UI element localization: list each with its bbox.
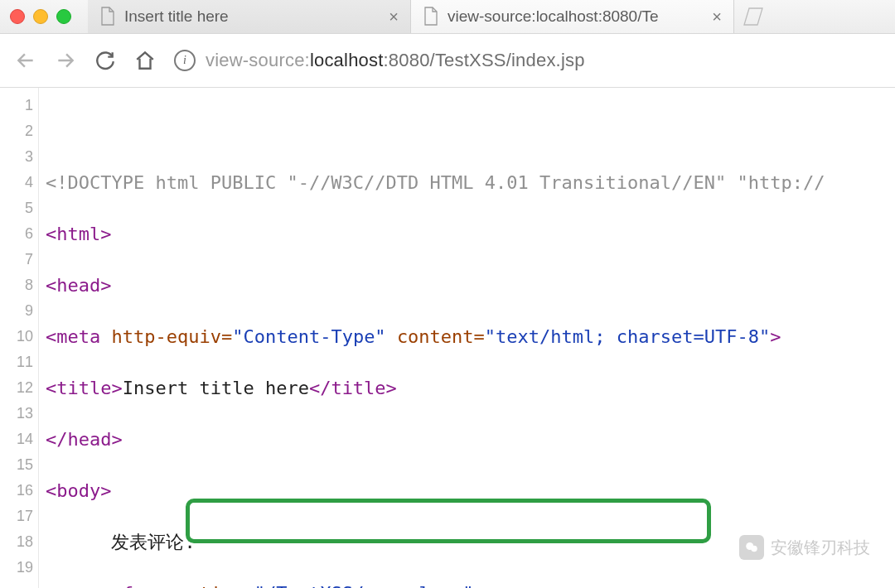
line-gutter: 12345678910111213141516171819	[0, 88, 39, 588]
toolbar: i view-source:localhost:8080/TestXSS/ind…	[0, 34, 895, 88]
tab-title: Insert title here	[124, 7, 380, 26]
source-code[interactable]: <!DOCTYPE html PUBLIC "-//W3C//DTD HTML …	[39, 88, 825, 588]
close-tab-icon[interactable]: ×	[389, 7, 399, 27]
address-bar[interactable]: i view-source:localhost:8080/TestXSS/ind…	[174, 50, 880, 71]
file-icon	[99, 7, 116, 27]
tab-strip: Insert title here × view-source:localhos…	[88, 0, 769, 33]
minimize-window-button[interactable]	[33, 9, 48, 24]
browser-window: Insert title here × view-source:localhos…	[0, 0, 895, 588]
site-info-icon[interactable]: i	[174, 50, 196, 71]
close-window-button[interactable]	[10, 9, 25, 24]
file-icon	[423, 7, 439, 27]
new-tab-button[interactable]	[734, 0, 769, 33]
home-button[interactable]	[134, 50, 156, 71]
url-text: view-source:localhost:8080/TestXSS/index…	[206, 50, 585, 71]
back-button[interactable]	[15, 50, 36, 71]
traffic-lights	[10, 9, 71, 24]
titlebar: Insert title here × view-source:localhos…	[0, 0, 895, 34]
reload-button[interactable]	[94, 50, 116, 71]
tab-view-source[interactable]: view-source:localhost:8080/Te ×	[411, 0, 734, 33]
tab-insert-title[interactable]: Insert title here ×	[88, 0, 411, 33]
svg-point-1	[751, 546, 757, 552]
maximize-window-button[interactable]	[56, 9, 71, 24]
close-tab-icon[interactable]: ×	[712, 7, 722, 27]
tab-title: view-source:localhost:8080/Te	[448, 7, 704, 26]
source-viewer: 12345678910111213141516171819 <!DOCTYPE …	[0, 88, 895, 588]
wechat-icon	[739, 535, 764, 560]
watermark: 安徽锋刃科技	[739, 535, 870, 560]
watermark-text: 安徽锋刃科技	[771, 537, 870, 559]
forward-button[interactable]	[55, 50, 76, 71]
